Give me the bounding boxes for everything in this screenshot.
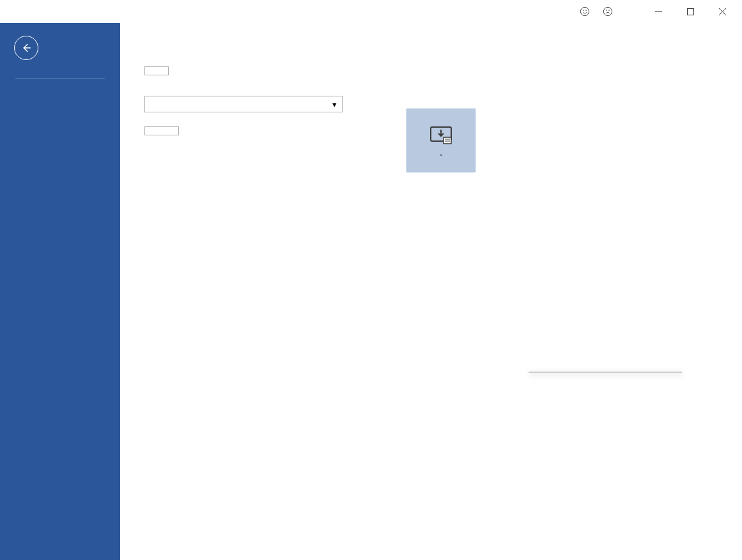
login-button[interactable] [144,126,179,135]
help-icon[interactable] [621,1,641,22]
minimize-button[interactable] [644,1,673,22]
backstage-sidebar [0,23,120,560]
svg-point-2 [586,10,587,11]
svg-point-1 [584,10,584,11]
maximize-button[interactable] [676,1,705,22]
theme-dropdown[interactable]: ▾ [144,96,343,112]
account-panel: ▾ ⌄ [120,23,742,560]
frown-icon[interactable] [598,1,618,22]
svg-rect-6 [687,8,693,15]
update-options-icon [428,125,454,146]
titlebar [0,0,742,23]
chevron-down-icon: ▾ [332,100,337,109]
svg-point-3 [603,7,612,15]
manage-settings-button[interactable] [144,66,169,75]
smile-icon[interactable] [575,1,595,22]
svg-point-4 [607,10,607,11]
svg-point-0 [580,7,589,15]
close-button[interactable] [707,1,737,22]
chevron-down-icon: ⌄ [438,150,444,157]
update-options-menu [529,372,682,373]
svg-point-5 [609,10,610,11]
update-options-button[interactable]: ⌄ [406,109,475,172]
svg-rect-8 [444,137,451,144]
nav-separator [15,78,105,79]
back-button[interactable] [14,36,38,60]
